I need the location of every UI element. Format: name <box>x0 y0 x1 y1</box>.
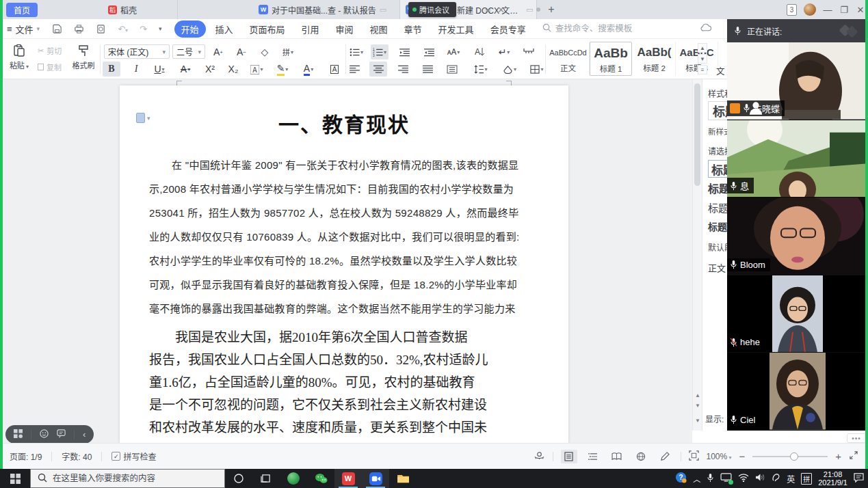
tab-doc-report[interactable]: W 对于中国基础...查 - 默认报告 ▭ <box>253 0 400 19</box>
next-page-icon[interactable]: ▼ <box>693 416 702 425</box>
style-heading-2[interactable]: AaBb(标题 2 <box>633 42 676 76</box>
decrease-indent-icon[interactable] <box>395 44 413 59</box>
print-preview-icon[interactable] <box>96 24 106 34</box>
file-explorer-icon[interactable] <box>389 469 417 488</box>
character-scale-icon[interactable]: 🗚▾ <box>445 44 462 59</box>
increase-indent-icon[interactable] <box>420 44 438 59</box>
volume-icon[interactable] <box>755 473 765 484</box>
justify-icon[interactable] <box>419 62 436 77</box>
tab-home[interactable]: 首页 <box>6 3 38 17</box>
shrink-font-icon[interactable]: A− <box>233 44 250 59</box>
command-search[interactable] <box>542 23 658 34</box>
cut-button[interactable]: ✂剪切 <box>38 45 62 56</box>
format-painter-button[interactable]: 格式刷 <box>68 42 98 70</box>
browser-app-icon[interactable] <box>280 469 307 488</box>
font-name-select[interactable]: 宋体 (正文)▾ <box>104 44 170 59</box>
superscript-button[interactable]: X² <box>201 62 219 77</box>
web-view-icon[interactable] <box>633 450 649 463</box>
align-left-icon[interactable] <box>345 62 363 77</box>
fullscreen-icon[interactable] <box>849 450 858 462</box>
collapse-toolbar-icon[interactable]: ▾ <box>159 25 162 32</box>
bold-button[interactable]: B <box>103 62 120 77</box>
numbered-list-icon[interactable]: 123▾ <box>371 44 389 59</box>
fit-page-icon[interactable] <box>689 450 699 463</box>
task-view-icon[interactable] <box>252 469 280 488</box>
bullet-list-icon[interactable]: ▾ <box>347 44 365 59</box>
meeting-more-button[interactable]: ••• <box>847 433 866 443</box>
text-direction-icon[interactable]: A <box>471 44 488 59</box>
ink-workspace-icon[interactable] <box>772 473 780 485</box>
wps-app-icon[interactable]: W <box>334 469 362 488</box>
wifi-icon[interactable] <box>738 474 749 484</box>
grow-font-icon[interactable]: A+ <box>209 44 227 59</box>
text-tool-tab[interactable]: 文 <box>716 64 725 77</box>
style-heading-3[interactable]: AaBbC标题 3 <box>676 42 718 76</box>
wechat-app-icon[interactable] <box>307 469 334 488</box>
tab-start[interactable]: 开始 <box>174 21 206 38</box>
style-body-text[interactable]: AaBbCcDd正文 <box>547 42 590 76</box>
scroll-up-icon[interactable]: ▲ <box>693 390 702 400</box>
line-spacing-icon[interactable]: ▾ <box>472 62 490 77</box>
file-menu-button[interactable]: ≡ 文件 ▾ <box>0 23 47 36</box>
borders-icon[interactable]: ▾ <box>528 62 546 77</box>
taskbar-search[interactable] <box>30 469 225 488</box>
clear-format-icon[interactable]: ◇ <box>256 44 274 59</box>
pinyin-guide-icon[interactable]: 拼▾ <box>279 44 297 59</box>
styles-scroll-down-icon[interactable]: ▼ <box>698 54 707 64</box>
meeting-mini-bar[interactable]: 腾讯会议 <box>408 2 456 17</box>
tencent-meeting-app-icon[interactable] <box>362 469 389 488</box>
scroll-down-icon[interactable]: ▼ <box>693 401 702 410</box>
subscript-button[interactable]: X₂ <box>224 62 242 77</box>
align-right-icon[interactable] <box>394 62 412 77</box>
video-tile-4[interactable]: hehe <box>727 275 868 353</box>
tab-docer[interactable]: 稻 稻壳 <box>103 0 178 19</box>
outline-view-icon[interactable] <box>585 450 601 463</box>
command-search-input[interactable] <box>555 24 658 33</box>
document-canvas[interactable]: ▾ 一、教育现状 在 "中国统计年鉴 2009" 有一张关于农村小学教育情况的图… <box>0 79 692 443</box>
cloud-sync-icon[interactable] <box>700 23 712 34</box>
clock[interactable]: 21:08 2021/9/1 <box>818 470 847 487</box>
minimize-button[interactable]: — <box>823 5 832 15</box>
maximize-button[interactable]: ❐ <box>839 5 849 15</box>
user-avatar[interactable] <box>804 3 816 16</box>
hidden-icons-chevron[interactable]: ︿ <box>693 473 700 484</box>
tab-insert[interactable]: 插入 <box>209 21 240 38</box>
video-tile-1[interactable]: 朱晓蝶 <box>727 42 868 120</box>
security-help-icon[interactable]: ? <box>675 472 687 485</box>
styles-more-icon[interactable]: ≡ <box>698 65 707 74</box>
tab-page-layout[interactable]: 页面布局 <box>243 21 292 38</box>
word-count[interactable]: 字数: 40 <box>62 450 92 462</box>
taskbar-search-input[interactable] <box>53 474 210 483</box>
new-tab-button[interactable]: + <box>544 2 559 17</box>
video-tile-5[interactable]: Ciel <box>727 353 868 431</box>
tab-member[interactable]: 会员专享 <box>484 21 533 38</box>
eye-protection-icon[interactable] <box>534 451 545 462</box>
wrap-icon[interactable]: ↵▾ <box>495 44 513 59</box>
cortana-icon[interactable] <box>225 469 252 488</box>
text-effects-icon[interactable]: 🄰▾ <box>248 62 265 77</box>
copy-button[interactable]: 复制 <box>38 62 62 72</box>
emoji-icon[interactable] <box>40 429 49 440</box>
tray-mic-icon[interactable] <box>707 473 714 485</box>
ime-language-indicator[interactable]: 英 <box>787 473 795 485</box>
layout-grid-icon[interactable] <box>14 429 23 440</box>
shading-icon[interactable]: ▾ <box>501 62 518 77</box>
page-view-icon[interactable] <box>561 450 577 463</box>
document-scrollbar[interactable]: ▲ ▼ ▼ <box>692 79 702 431</box>
print-icon[interactable] <box>74 24 84 34</box>
collapse-left-icon[interactable]: ‹ <box>83 429 86 439</box>
zoom-in-icon[interactable]: + <box>835 450 841 462</box>
char-border-icon[interactable]: A <box>326 62 343 77</box>
close-button[interactable]: ✕ <box>856 5 865 15</box>
tab-dev-tools[interactable]: 开发工具 <box>432 21 481 38</box>
distribute-icon[interactable] <box>443 62 461 77</box>
tab-view[interactable]: 视图 <box>363 21 395 38</box>
align-center-icon[interactable] <box>369 62 387 77</box>
tab-references[interactable]: 引用 <box>295 21 326 38</box>
style-heading-1[interactable]: AaBb标题 1 <box>590 42 632 76</box>
ime-mode-icon[interactable]: 拼 <box>801 473 812 485</box>
font-color-button[interactable]: A▾ <box>300 62 317 77</box>
underline-button[interactable]: U▾ <box>150 62 168 77</box>
italic-button[interactable]: I <box>127 62 145 77</box>
ink-edit-icon[interactable] <box>657 450 673 463</box>
